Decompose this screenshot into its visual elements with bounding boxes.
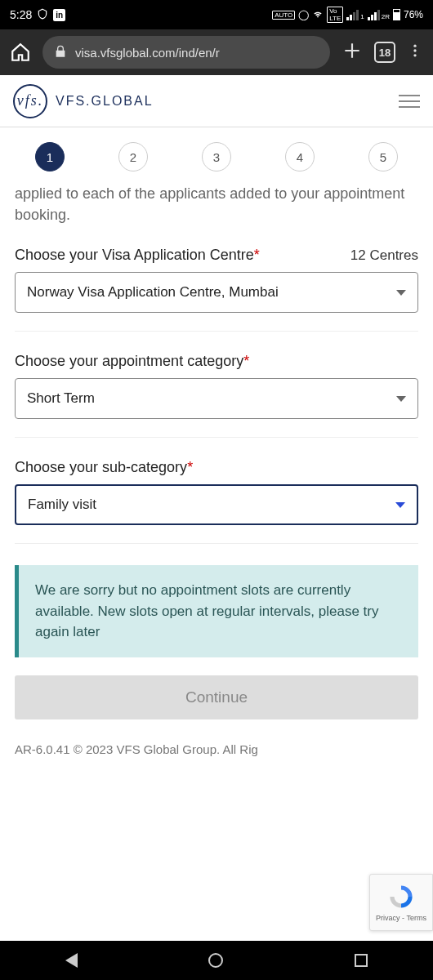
subcategory-value: Family visit bbox=[28, 497, 96, 513]
step-4[interactable]: 4 bbox=[285, 142, 315, 172]
centre-field: Choose your Visa Application Centre* 12 … bbox=[15, 247, 418, 313]
step-2[interactable]: 2 bbox=[118, 142, 148, 172]
home-nav-icon[interactable] bbox=[208, 953, 223, 968]
step-1[interactable]: 1 bbox=[35, 142, 65, 172]
divider bbox=[15, 331, 418, 332]
browser-menu-icon[interactable] bbox=[407, 41, 423, 64]
brand-text: VFS.GLOBAL bbox=[56, 94, 154, 109]
url-text: visa.vfsglobal.com/ind/en/r bbox=[75, 46, 220, 60]
browser-toolbar: visa.vfsglobal.com/ind/en/r 18 bbox=[0, 29, 433, 75]
footer-text: AR-6.0.41 © 2023 VFS Global Group. All R… bbox=[15, 741, 418, 758]
android-nav-bar bbox=[0, 941, 433, 980]
divider bbox=[15, 543, 418, 544]
vfs-logo-icon: vfs. bbox=[13, 84, 47, 118]
step-3[interactable]: 3 bbox=[202, 142, 231, 172]
intro-text: applied to each of the applicants added … bbox=[15, 183, 418, 225]
svg-point-1 bbox=[413, 49, 416, 51]
recaptcha-text: Privacy - Terms bbox=[376, 914, 426, 922]
subcategory-label: Choose your sub-category* bbox=[15, 459, 193, 476]
android-status-bar: 5:28 in AUTO ◯ VoLTE 1 2R 76% bbox=[0, 0, 433, 29]
recaptcha-badge[interactable]: Privacy - Terms bbox=[369, 874, 433, 931]
subcategory-select[interactable]: Family visit bbox=[15, 484, 418, 525]
back-nav-icon[interactable] bbox=[65, 953, 78, 968]
recent-nav-icon[interactable] bbox=[355, 954, 368, 967]
tabs-button[interactable]: 18 bbox=[374, 42, 395, 63]
brand-logo[interactable]: vfs. VFS.GLOBAL bbox=[13, 84, 154, 118]
signal-1-icon: 1 bbox=[346, 10, 364, 20]
svg-point-2 bbox=[413, 54, 416, 56]
divider bbox=[15, 437, 418, 438]
category-value: Short Term bbox=[27, 390, 95, 407]
home-icon[interactable] bbox=[10, 42, 31, 63]
new-tab-icon[interactable] bbox=[341, 40, 363, 65]
circle-icon: ◯ bbox=[298, 9, 309, 20]
stepper: 1 2 3 4 5 bbox=[0, 127, 433, 183]
hamburger-menu-icon[interactable] bbox=[399, 95, 420, 108]
volte-icon: VoLTE bbox=[327, 7, 343, 23]
chevron-down-icon bbox=[396, 290, 406, 296]
wifi-icon bbox=[312, 8, 324, 22]
category-select[interactable]: Short Term bbox=[15, 378, 418, 419]
status-time: 5:28 bbox=[10, 8, 32, 21]
no-slots-banner: We are sorry but no appointment slots ar… bbox=[15, 565, 418, 657]
signal-2-icon: 2R bbox=[368, 10, 390, 20]
auto-icon: AUTO bbox=[272, 11, 295, 20]
category-field: Choose your appointment category* Short … bbox=[15, 353, 418, 419]
svg-point-0 bbox=[413, 45, 416, 47]
url-bar[interactable]: visa.vfsglobal.com/ind/en/r bbox=[42, 36, 330, 69]
subcategory-field: Choose your sub-category* Family visit bbox=[15, 459, 418, 525]
continue-button[interactable]: Continue bbox=[15, 675, 418, 719]
chevron-down-icon bbox=[395, 502, 405, 508]
centre-count: 12 Centres bbox=[350, 247, 418, 264]
site-header: vfs. VFS.GLOBAL bbox=[0, 75, 433, 127]
linkedin-icon: in bbox=[53, 9, 65, 21]
battery-percent: 76% bbox=[404, 9, 423, 20]
shield-icon bbox=[37, 8, 48, 22]
centre-value: Norway Visa Application Centre, Mumbai bbox=[27, 284, 279, 301]
lock-icon bbox=[54, 45, 67, 60]
centre-select[interactable]: Norway Visa Application Centre, Mumbai bbox=[15, 272, 418, 313]
centre-label: Choose your Visa Application Centre* bbox=[15, 247, 260, 264]
category-label: Choose your appointment category* bbox=[15, 353, 249, 370]
chevron-down-icon bbox=[396, 396, 406, 402]
battery-icon bbox=[393, 9, 400, 20]
step-5[interactable]: 5 bbox=[368, 142, 398, 172]
recaptcha-icon bbox=[387, 883, 415, 911]
